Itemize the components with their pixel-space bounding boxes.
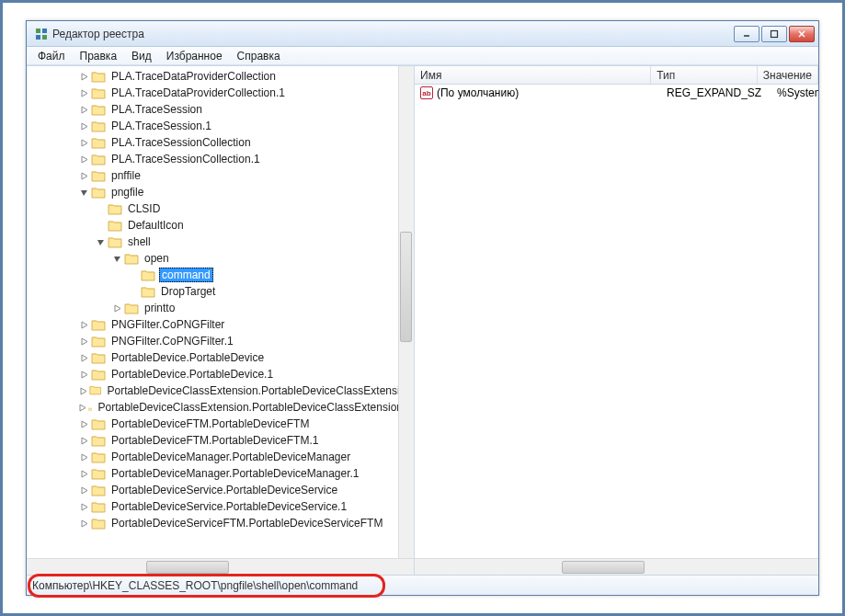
values-list[interactable]: ab(По умолчанию)REG_EXPAND_SZ%SystemR [415,85,818,558]
col-name[interactable]: Имя [415,66,651,84]
expand-toggle-icon[interactable] [78,87,89,98]
tree-item[interactable]: PLA.TraceSessionCollection.1 [27,151,414,167]
tree-item-label[interactable]: DefaultIcon [126,219,186,232]
menu-file[interactable]: Файл [30,49,73,63]
titlebar[interactable]: Редактор реестра [27,21,818,47]
col-type[interactable]: Тип [651,66,758,84]
tree-item[interactable]: PortableDeviceFTM.PortableDeviceFTM.1 [27,432,414,449]
tree-item-label[interactable]: PLA.TraceDataProviderCollection.1 [109,86,287,99]
expand-toggle-icon[interactable] [78,336,89,347]
tree-item-label[interactable]: PortableDeviceFTM.PortableDeviceFTM.1 [109,434,320,447]
tree-item[interactable]: PortableDeviceManager.PortableDeviceMana… [27,449,414,465]
expand-toggle-icon[interactable] [78,518,89,529]
values-hscroll[interactable] [415,558,818,575]
tree-item-label[interactable]: CLSID [126,202,162,215]
tree-item[interactable]: PortableDevice.PortableDevice [27,349,414,366]
tree-item-label[interactable]: PNGFilter.CoPNGFilter [109,318,226,331]
menu-view[interactable]: Вид [124,49,159,63]
tree-item-label[interactable]: PortableDeviceManager.PortableDeviceMana… [109,467,361,480]
tree-item-label[interactable]: PLA.TraceSessionCollection.1 [109,153,262,165]
tree-item[interactable]: pnffile [27,167,414,184]
expand-toggle-icon[interactable] [78,402,86,413]
tree-item[interactable]: CLSID [27,200,414,217]
tree-item[interactable]: PortableDeviceService.PortableDeviceServ… [27,498,414,515]
tree-item-label[interactable]: pngfile [109,186,145,199]
tree-item[interactable]: shell [27,234,414,250]
tree-item[interactable]: pngfile [27,184,414,200]
tree-item-label[interactable]: command [159,268,213,282]
values-hscroll-thumb[interactable] [562,561,645,574]
tree-item[interactable]: PLA.TraceSessionCollection [27,134,414,151]
registry-tree[interactable]: PLA.TraceDataProviderCollectionPLA.Trace… [27,66,414,558]
tree-item[interactable]: PortableDeviceClassExtension.PortableDev… [27,382,414,399]
tree-item-label[interactable]: PLA.TraceSession [109,103,204,116]
tree-item-label[interactable]: PLA.TraceSession.1 [109,120,213,132]
expand-toggle-icon[interactable] [111,302,122,314]
expand-toggle-icon[interactable] [78,468,89,479]
tree-item-label[interactable]: PortableDeviceService.PortableDeviceServ… [109,500,348,513]
expand-toggle-icon[interactable] [78,418,89,429]
tree-item-label[interactable]: PortableDevice.PortableDevice [109,351,266,364]
expand-toggle-icon[interactable] [95,236,106,247]
tree-item[interactable]: PLA.TraceSession [27,101,414,118]
tree-item[interactable]: PortableDeviceClassExtension.PortableDev… [27,399,414,416]
expand-toggle-icon[interactable] [78,485,89,496]
tree-item-label[interactable]: PortableDeviceClassExtension.PortableDev… [106,384,415,397]
menu-help[interactable]: Справка [230,49,288,63]
tree-item-label[interactable]: shell [126,235,153,248]
tree-item[interactable]: open [27,250,414,267]
tree-item[interactable]: PLA.TraceSession.1 [27,118,414,134]
tree-item-label[interactable]: PortableDeviceClassExtension.PortableDev… [96,401,414,414]
tree-item[interactable]: PortableDevice.PortableDevice.1 [27,366,414,382]
expand-toggle-icon[interactable] [78,104,89,115]
tree-item-label[interactable]: PLA.TraceDataProviderCollection [109,70,278,83]
expand-toggle-icon[interactable] [78,170,89,181]
tree-item[interactable]: PNGFilter.CoPNGFilter [27,316,414,333]
tree-item[interactable]: PortableDeviceManager.PortableDeviceMana… [27,465,414,482]
tree-item[interactable]: PNGFilter.CoPNGFilter.1 [27,333,414,349]
tree-item-label[interactable]: PortableDeviceManager.PortableDeviceMana… [109,451,352,463]
expand-toggle-icon[interactable] [78,435,89,446]
menu-edit[interactable]: Правка [73,49,125,63]
tree-vscroll-thumb[interactable] [400,232,412,342]
tree-item[interactable]: PLA.TraceDataProviderCollection [27,68,414,85]
expand-toggle-icon[interactable] [78,154,89,165]
tree-item[interactable]: PLA.TraceDataProviderCollection.1 [27,85,414,101]
expand-toggle-icon[interactable] [78,71,89,82]
tree-item[interactable]: DefaultIcon [27,217,414,234]
tree-item-label[interactable]: PortableDeviceService.PortableDeviceServ… [109,484,339,496]
tree-item[interactable]: PortableDeviceFTM.PortableDeviceFTM [27,416,414,432]
tree-item[interactable]: PortableDeviceService.PortableDeviceServ… [27,482,414,498]
close-button[interactable] [789,26,815,42]
expand-toggle-icon[interactable] [78,187,89,198]
tree-item-label[interactable]: PortableDeviceFTM.PortableDeviceFTM [109,417,311,430]
expand-toggle-icon[interactable] [78,120,89,131]
expand-toggle-icon[interactable] [78,137,89,148]
tree-item-label[interactable]: pnffile [109,169,143,182]
tree-item-label[interactable]: PortableDeviceServiceFTM.PortableDeviceS… [109,517,384,530]
value-row[interactable]: ab(По умолчанию)REG_EXPAND_SZ%SystemR [415,85,818,101]
tree-item-label[interactable]: open [143,252,171,265]
tree-item-label[interactable]: PNGFilter.CoPNGFilter.1 [109,335,235,348]
tree-item-label[interactable]: DropTarget [159,285,217,298]
tree-item[interactable]: DropTarget [27,283,414,300]
expand-toggle-icon[interactable] [78,385,87,396]
tree-item[interactable]: printto [27,300,414,316]
col-data[interactable]: Значение [758,66,818,84]
tree-hscroll[interactable] [27,558,414,575]
expand-toggle-icon[interactable] [78,369,89,380]
maximize-button[interactable] [761,26,787,42]
expand-toggle-icon[interactable] [78,501,89,512]
tree-item[interactable]: PortableDeviceServiceFTM.PortableDeviceS… [27,515,414,531]
expand-toggle-icon[interactable] [78,451,89,462]
tree-item-label[interactable]: printto [143,302,177,314]
minimize-button[interactable] [734,26,759,42]
tree-hscroll-thumb[interactable] [146,561,229,574]
expand-toggle-icon[interactable] [111,253,122,264]
menu-favorites[interactable]: Избранное [159,49,230,63]
expand-toggle-icon[interactable] [78,352,89,363]
tree-item[interactable]: command [27,267,414,283]
tree-vscroll[interactable] [398,66,414,558]
tree-item-label[interactable]: PLA.TraceSessionCollection [109,136,253,149]
tree-item-label[interactable]: PortableDevice.PortableDevice.1 [109,368,275,381]
